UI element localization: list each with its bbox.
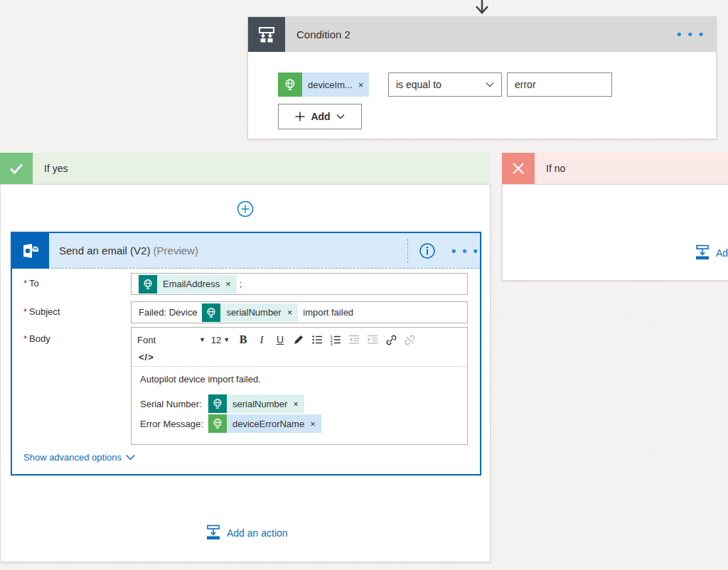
outlook-icon [12,233,49,269]
add-action-label: Add an action [716,247,728,259]
if-no-header[interactable]: If no [502,153,728,184]
highlight-pen-button[interactable] [291,332,306,348]
condition-value-input[interactable]: error [507,72,612,97]
operator-value: is equal to [396,79,441,90]
body-token-serialnumber[interactable]: serialNumber × [208,394,304,413]
flow-designer-canvas: { "condition": { "title": "Condition 2",… [0,0,728,570]
condition-icon [248,17,285,52]
globe-icon [208,394,227,413]
condition-value-text: error [515,79,536,90]
caret-down-icon: ▼ [199,336,205,343]
subject-token-serialnumber[interactable]: serialNumber × [202,303,298,322]
subject-input[interactable]: Failed: Device serialNumber × import [131,301,468,323]
indent-button[interactable] [365,332,380,348]
token-label: serialNumber [226,307,281,318]
to-token-emailaddress[interactable]: EmailAddress × [139,275,237,294]
if-yes-label: If yes [33,153,491,184]
if-no-label: If no [535,153,728,184]
add-action-icon [205,525,221,541]
body-token-deviceerrorname[interactable]: deviceErrorName × [208,414,321,433]
serial-number-label: Serial Number: [140,399,208,409]
add-action-label: Add an action [227,527,288,539]
globe-icon [208,414,227,433]
add-action-icon [695,244,710,261]
to-label: *To [23,278,39,289]
body-richtext-editor[interactable]: Font ▼ 12 ▼ B I U [131,327,468,445]
bullet-list-button[interactable] [309,332,325,348]
if-yes-add-action-button[interactable]: Add an action [205,525,288,541]
globe-icon [278,72,302,97]
font-size-value: 12 [211,335,221,345]
subject-text-prefix: Failed: Device [139,307,197,318]
add-button-label: Add [311,111,330,122]
numbered-list-button[interactable]: 1 2 3 [328,332,343,348]
globe-icon [202,303,220,322]
if-yes-header[interactable]: If yes [0,153,491,184]
caret-down-icon: ▼ [223,336,230,343]
condition-operator-dropdown[interactable]: is equal to [388,72,502,97]
token-remove-icon[interactable]: × [358,80,364,90]
send-email-card: Send an email (V2) (Preview) • • • *To [11,232,481,475]
condition-card: Condition 2 • • • deviceIm... × is equal… [247,16,717,139]
if-no-add-action-button[interactable]: Add an action [695,244,728,261]
advanced-link-label: Show advanced options [23,452,122,463]
info-icon[interactable] [419,242,436,259]
condition-header[interactable]: Condition 2 • • • [248,17,716,52]
globe-icon [139,275,157,294]
underline-button[interactable]: U [272,332,288,348]
condition-menu-ellipsis[interactable]: • • • [677,17,705,52]
error-message-label: Error Message: [140,419,208,429]
condition-title: Condition 2 [296,28,350,41]
outdent-button[interactable] [346,332,362,348]
bold-button[interactable]: B [235,332,251,348]
font-family-value: Font [137,335,156,345]
if-yes-container: Send an email (V2) (Preview) • • • *To [0,184,491,562]
body-label: *Body [23,333,50,344]
token-remove-icon[interactable]: × [287,308,293,317]
token-label: serialNumber [232,399,287,409]
preview-tag: (Preview) [154,244,198,257]
header-divider [407,239,408,263]
unlink-button[interactable] [402,332,417,348]
font-family-dropdown[interactable]: Font ▼ [137,332,205,348]
checkmark-icon [0,153,33,184]
token-label: deviceErrorName [232,419,304,429]
subject-text-suffix: import failed [303,307,353,318]
token-remove-icon[interactable]: × [310,419,316,429]
x-icon [502,153,535,184]
send-email-menu-ellipsis[interactable]: • • • [451,233,479,269]
chevron-down-icon [126,454,135,461]
send-email-header[interactable]: Send an email (V2) (Preview) • • • [12,233,480,269]
to-input[interactable]: EmailAddress × ; [131,273,468,295]
plus-icon [295,112,305,122]
chevron-down-icon [486,82,494,87]
chevron-down-icon [336,114,345,119]
token-remove-icon[interactable]: × [293,399,299,409]
show-advanced-options-link[interactable]: Show advanced options [23,452,135,463]
body-content[interactable]: Autopilot device import failed. Serial N… [132,367,467,441]
condition-add-button[interactable]: Add [278,104,362,129]
code-view-button[interactable]: </> [137,352,154,362]
body-text-line: Autopilot device import failed. [140,374,459,385]
subject-label: *Subject [23,306,60,317]
condition-token-deviceImportStatus[interactable]: deviceIm... × [278,72,369,97]
token-label: deviceIm... [308,80,353,90]
send-email-title: Send an email (V2) (Preview) [59,244,198,257]
font-size-dropdown[interactable]: 12 ▼ [208,332,232,348]
token-remove-icon[interactable]: × [225,279,231,289]
richtext-toolbar: Font ▼ 12 ▼ B I U [132,328,467,367]
token-label: EmailAddress [163,279,220,289]
connector-arrow-icon [471,0,493,16]
svg-text:3: 3 [331,342,333,345]
if-no-container: Add an action [502,184,728,281]
link-button[interactable] [383,332,399,348]
to-separator: ; [240,279,242,289]
insert-step-button[interactable] [237,200,254,217]
italic-button[interactable]: I [254,332,269,348]
